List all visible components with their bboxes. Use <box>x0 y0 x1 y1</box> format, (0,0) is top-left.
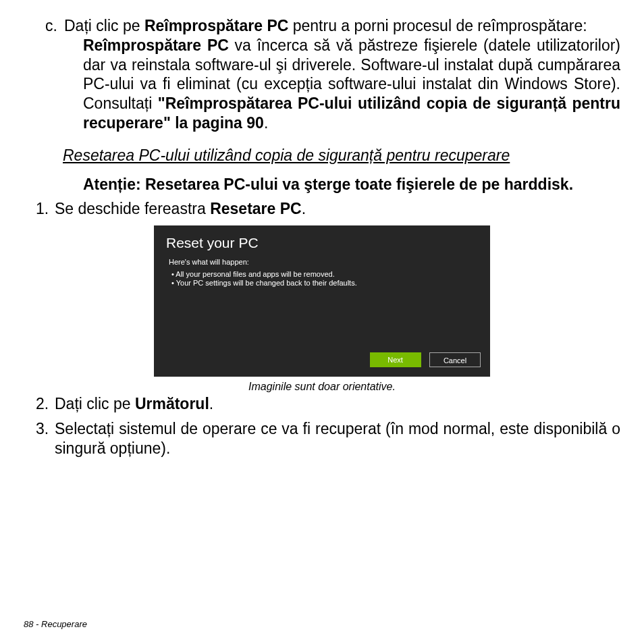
text: pentru a porni procesul de reîmprospătar… <box>288 17 587 34</box>
step-3: 3.Selectați sistemul de operare ce va fi… <box>36 419 620 458</box>
step-number: 2. <box>36 394 55 414</box>
cancel-button[interactable]: Cancel <box>429 352 481 367</box>
list-item-c: c.Dați clic pe Reîmprospătare PC pentru … <box>64 16 620 36</box>
bullet-item: • All your personal files and apps will … <box>171 270 478 278</box>
bold-text: Resetare PC <box>210 200 302 217</box>
list-marker: c. <box>45 16 64 36</box>
reset-pc-dialog: Reset your PC Here's what will happen: •… <box>154 225 490 377</box>
step-2: 2.Dați clic pe Următorul. <box>36 394 620 414</box>
page-footer: 88 - Recuperare <box>24 619 87 629</box>
text: . <box>209 395 213 412</box>
step-1: 1.Se deschide fereastra Resetare PC. <box>36 199 620 219</box>
text: . <box>302 200 306 217</box>
bold-text: Reîmprospătare PC <box>83 36 229 54</box>
text: Dați clic pe <box>64 17 144 34</box>
dialog-bullets: • All your personal files and apps will … <box>171 270 478 287</box>
section-heading: Resetarea PC-ului utilizând copia de sig… <box>63 146 620 165</box>
step-number: 1. <box>36 199 55 219</box>
text: . <box>264 114 268 132</box>
dialog-subtitle: Here's what will happen: <box>169 258 478 266</box>
dialog-title: Reset your PC <box>166 235 478 251</box>
step-number: 3. <box>36 419 55 439</box>
image-caption: Imaginile sunt doar orientative. <box>154 381 490 393</box>
warning-text: Atenție: Resetarea PC-ului va şterge toa… <box>83 175 620 194</box>
text: Se deschide fereastra <box>55 200 210 217</box>
sub-paragraph: Reîmprospătare PC va încerca să vă păstr… <box>83 36 620 133</box>
dialog-buttons: Next Cancel <box>365 352 481 367</box>
bold-text: Următorul <box>135 395 209 412</box>
bold-text: "Reîmprospătarea PC-ului utilizând copia… <box>83 95 620 132</box>
text: Selectați sistemul de operare ce va fi r… <box>55 420 620 457</box>
text: Dați clic pe <box>55 395 135 412</box>
bold-text: Reîmprospătare PC <box>144 17 288 34</box>
bullet-item: • Your PC settings will be changed back … <box>171 279 478 287</box>
next-button[interactable]: Next <box>370 352 421 367</box>
